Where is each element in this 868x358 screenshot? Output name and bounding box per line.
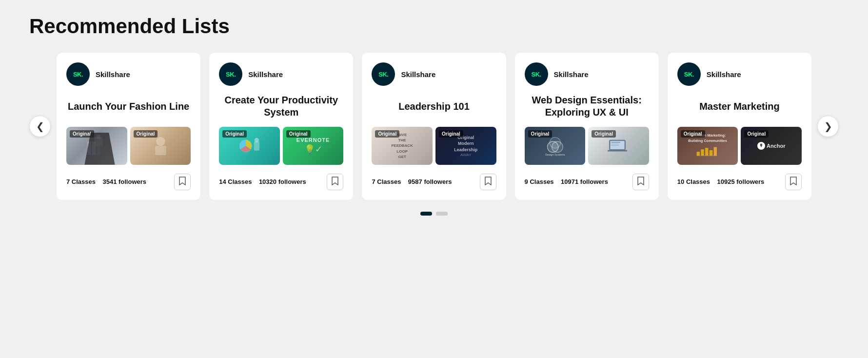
thumb-badge-1: Original: [70, 130, 94, 138]
thumb-badge-9: Original: [681, 130, 705, 138]
card-footer-leadership: 7 Classes 9587 followers: [372, 172, 496, 190]
card-title-marketing: Master Marketing: [677, 93, 802, 120]
svg-point-9: [255, 138, 259, 142]
thumb-prod-bottom: Original EVERNOTE 💡✓: [283, 127, 344, 165]
svg-rect-8: [254, 141, 259, 151]
bookmark-icon: [790, 177, 797, 187]
svg-point-5: [156, 137, 165, 146]
followers-count: 10971 followers: [561, 178, 608, 185]
card-footer-productivity: 14 Classes 10320 followers: [219, 172, 343, 190]
thumbnails-webdesign: Original Design Systems Original: [525, 127, 649, 165]
card-footer-fashion: 7 Classes 3541 followers: [66, 172, 191, 190]
thumb-badge-3: Original: [222, 130, 247, 138]
card-title-webdesign: Web Design Essentials: Exploring UX & UI: [525, 93, 649, 120]
followers-count: 10925 followers: [717, 178, 765, 185]
page-title: Recommended Lists: [29, 15, 839, 38]
card-header: SK. Skillshare: [66, 62, 191, 86]
pagination: [29, 212, 839, 216]
thumb-lead-top: Original GIVETHEFEEDBACKLOOPGET: [372, 127, 433, 165]
svg-rect-18: [612, 143, 618, 144]
thumb-badge-4: Original: [286, 130, 311, 138]
thumb-mkt-bottom: Original 🎙 Anchor: [741, 127, 802, 165]
skillshare-logo: SK.: [372, 62, 395, 86]
cards-container: SK. Skillshare Launch Your Fashion Line …: [57, 53, 811, 200]
classes-count: 14 Classes: [219, 178, 252, 185]
fashion-thumb-svg-2: [142, 135, 179, 158]
thumbnails-marketing: Original Retention Marketing:Building Co…: [677, 127, 802, 165]
card-productivity: SK. Skillshare Create Your Productivity …: [209, 53, 353, 200]
svg-point-1: [96, 135, 100, 139]
thumb-badge-10: Original: [744, 130, 769, 138]
skillshare-logo: SK.: [677, 62, 701, 86]
bookmark-icon: [332, 177, 338, 187]
svg-rect-21: [701, 150, 704, 156]
footer-meta-webdesign: 9 Classes 10971 followers: [525, 178, 608, 185]
prev-button[interactable]: ❮: [29, 116, 51, 137]
followers-count: 9587 followers: [408, 178, 452, 185]
web-thumb-svg-2: [600, 135, 637, 158]
svg-rect-17: [612, 142, 621, 143]
card-leadership: SK. Skillshare Leadership 101 Original G…: [362, 53, 506, 200]
card-footer-webdesign: 9 Classes 10971 followers: [525, 172, 649, 190]
pagination-dot-inactive[interactable]: [436, 212, 448, 216]
card-fashion: SK. Skillshare Launch Your Fashion Line …: [57, 53, 200, 200]
card-header: SK. Skillshare: [525, 62, 649, 86]
bookmark-button-marketing[interactable]: [785, 174, 802, 190]
svg-point-12: [550, 137, 560, 148]
thumb-badge-7: Original: [528, 130, 552, 138]
svg-rect-6: [155, 146, 166, 155]
svg-rect-2: [88, 141, 91, 155]
skillshare-logo: SK.: [66, 62, 90, 86]
followers-count: 10320 followers: [259, 178, 306, 185]
logo-text: SK.: [684, 71, 694, 78]
thumb-fashion-top: Original: [66, 127, 127, 165]
svg-rect-23: [710, 150, 712, 156]
thumb-prod-top: Original: [219, 127, 280, 165]
card-header: SK. Skillshare: [677, 62, 802, 86]
logo-text: SK.: [226, 71, 236, 78]
bookmark-button-webdesign[interactable]: [632, 174, 649, 190]
bookmark-icon: [485, 177, 492, 187]
svg-rect-4: [97, 141, 100, 155]
thumbnails-leadership: Original GIVETHEFEEDBACKLOOPGET Original…: [372, 127, 496, 165]
card-brand: Skillshare: [554, 70, 589, 79]
card-header: SK. Skillshare: [372, 62, 496, 86]
footer-meta-fashion: 7 Classes 3541 followers: [66, 178, 146, 185]
svg-rect-22: [705, 148, 708, 156]
next-button[interactable]: ❯: [817, 116, 839, 137]
svg-rect-25: [697, 156, 717, 157]
next-arrow-icon: ❯: [824, 120, 832, 132]
svg-rect-24: [714, 147, 717, 156]
bookmark-icon: [637, 177, 644, 187]
footer-meta-marketing: 10 Classes 10925 followers: [677, 178, 765, 185]
prev-arrow-icon: ❮: [36, 120, 44, 132]
card-brand: Skillshare: [248, 70, 283, 79]
card-brand: Skillshare: [401, 70, 435, 79]
followers-count: 3541 followers: [102, 178, 146, 185]
card-brand: Skillshare: [96, 70, 130, 79]
pagination-dot-active[interactable]: [420, 212, 432, 216]
bookmark-button-leadership[interactable]: [480, 174, 496, 190]
bookmark-button-fashion[interactable]: [174, 174, 191, 190]
thumb-badge-8: Original: [592, 130, 616, 138]
thumb-badge-5: Original: [375, 130, 399, 138]
card-title-productivity: Create Your Productivity System: [219, 93, 343, 120]
carousel: ❮ SK. Skillshare Launch Your Fashion Lin…: [29, 53, 839, 200]
classes-count: 9 Classes: [525, 178, 554, 185]
bookmark-button-productivity[interactable]: [327, 174, 343, 190]
card-webdesign: SK. Skillshare Web Design Essentials: Ex…: [515, 53, 659, 200]
svg-rect-16: [608, 150, 627, 151]
thumb-badge-6: Original: [439, 130, 463, 138]
card-header: SK. Skillshare: [219, 62, 343, 86]
classes-count: 7 Classes: [372, 178, 401, 185]
card-brand: Skillshare: [707, 70, 741, 79]
card-title-leadership: Leadership 101: [372, 93, 496, 120]
thumb-mkt-top: Original Retention Marketing:Building Co…: [677, 127, 738, 165]
skillshare-logo: SK.: [525, 62, 548, 86]
classes-count: 10 Classes: [677, 178, 710, 185]
logo-text: SK.: [378, 71, 388, 78]
thumbnails-fashion: Original Original: [66, 127, 191, 165]
svg-rect-3: [92, 141, 96, 155]
thumb-fashion-bottom: Original: [130, 127, 191, 165]
footer-meta-productivity: 14 Classes 10320 followers: [219, 178, 306, 185]
